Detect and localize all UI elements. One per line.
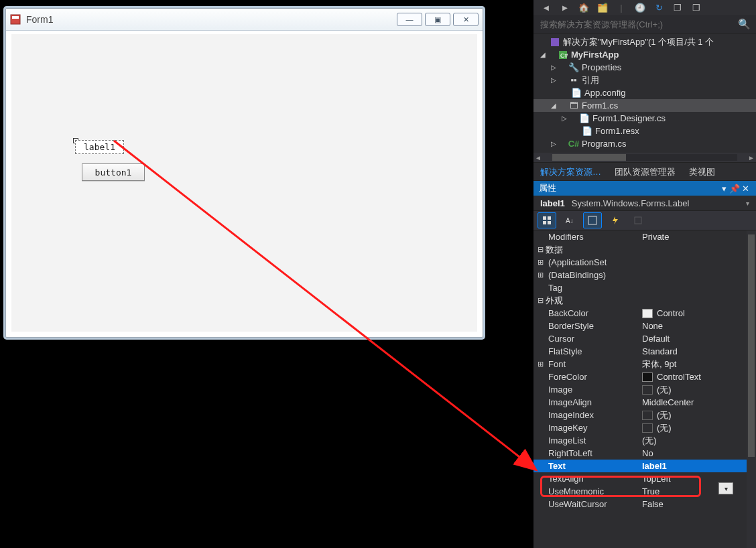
minimize-button[interactable]: — (397, 13, 422, 26)
close-button[interactable]: ✕ (453, 13, 479, 26)
nav-forward-icon[interactable]: ► (559, 2, 571, 13)
svg-rect-2 (551, 38, 559, 46)
nav-back-icon[interactable]: ◄ (540, 2, 552, 13)
prop-row-modifiers[interactable]: Modifiers Private (533, 230, 756, 243)
tree-form1designer[interactable]: ▷ 📄 Form1.Designer.cs (533, 112, 756, 125)
right-panels: ◄ ► 🏠 🗂️ | 🕘 ↻ ❐ ❒ 🔍 解决方案"MyFirstApp"(1 … (533, 0, 756, 548)
cs-file-icon: C# (568, 139, 579, 149)
expand-icon[interactable]: ⊞ (536, 258, 545, 267)
form-designer-window: Form1 — ▣ ✕ label1 button1 (5, 8, 483, 338)
scroll-left-icon[interactable]: ◄ (533, 154, 543, 161)
config-file-icon: 📄 (571, 88, 582, 98)
button-control[interactable]: button1 (82, 163, 145, 181)
properties-toolbar: A↓ (533, 211, 756, 230)
solution-search-input[interactable] (539, 19, 734, 30)
prop-row-tag[interactable]: Tag (533, 281, 756, 294)
prop-row-backcolor[interactable]: BackColor Control (533, 307, 756, 320)
properties-page-icon[interactable] (583, 212, 602, 228)
prop-row-cursor[interactable]: Cursor Default (533, 332, 756, 345)
svg-rect-8 (548, 221, 551, 224)
solution-toolbar: ◄ ► 🏠 🗂️ | 🕘 ↻ ❐ ❒ (533, 0, 756, 15)
collapse-icon[interactable]: ⊟ (536, 245, 545, 254)
twisty-closed-icon[interactable]: ▷ (550, 76, 558, 84)
twisty-closed-icon[interactable]: ▷ (550, 140, 558, 147)
image-swatch (642, 423, 653, 433)
tree-form1cs[interactable]: ◢ 🗔 Form1.cs (533, 99, 756, 112)
stack-icon[interactable]: ❒ (690, 2, 702, 13)
home-icon[interactable]: 🏠 (578, 2, 590, 13)
twisty-open-icon[interactable]: ◢ (539, 51, 547, 58)
text-value-dropdown[interactable]: ▾ (718, 482, 733, 494)
close-icon[interactable]: ✕ (740, 184, 751, 194)
prop-row-imagelist[interactable]: ImageList (无) (533, 434, 756, 447)
properties-vscroll[interactable] (747, 230, 756, 548)
svg-rect-7 (543, 221, 546, 224)
history-icon[interactable]: 🕘 (634, 2, 646, 13)
prop-row-image[interactable]: Image (无) (533, 383, 756, 396)
svg-rect-10 (588, 216, 596, 224)
collapse-icon[interactable]: ⊟ (536, 296, 545, 305)
pin-icon[interactable]: 📌 (729, 184, 740, 194)
property-pages-icon[interactable] (629, 212, 647, 228)
prop-row-usewaitcursor[interactable]: UseWaitCursor False (533, 498, 756, 510)
tree-project[interactable]: ◢ C# MyFirstApp (533, 48, 756, 61)
tree-appconfig[interactable]: 📄 App.config (533, 86, 756, 99)
color-swatch (642, 309, 653, 318)
scroll-track[interactable] (552, 154, 737, 161)
prop-row-forecolor[interactable]: ForeColor ControlText (533, 370, 756, 383)
prop-row-imagekey[interactable]: ImageKey (无) (533, 421, 756, 434)
cs-file-icon: 📄 (579, 113, 590, 123)
solution-icon (550, 38, 560, 47)
image-swatch (642, 411, 653, 420)
tree-solution-root[interactable]: 解决方案"MyFirstApp"(1 个项目/共 1 个 (533, 36, 756, 48)
refresh-icon[interactable]: ↻ (653, 2, 665, 13)
tree-form1resx[interactable]: 📄 Form1.resx (533, 125, 756, 137)
form-client-area[interactable]: label1 button1 (11, 34, 477, 332)
categorized-icon[interactable] (538, 212, 556, 228)
chevron-down-icon[interactable]: ▾ (746, 200, 749, 207)
label-control[interactable]: label1 (75, 140, 124, 154)
svg-text:C#: C# (560, 52, 568, 59)
expand-icon[interactable]: ⊞ (536, 271, 545, 279)
twisty-closed-icon[interactable]: ▷ (560, 115, 568, 122)
scroll-right-icon[interactable]: ► (747, 154, 756, 161)
selected-object-type: System.Windows.Forms.Label (572, 198, 690, 208)
solution-search[interactable]: 🔍 (533, 15, 756, 34)
prop-row-imagealign[interactable]: ImageAlign MiddleCenter (533, 396, 756, 409)
properties-grid[interactable]: Modifiers Private ⊟ 数据 ⊞ (ApplicationSet… (533, 230, 756, 548)
prop-row-databindings[interactable]: ⊞ (DataBindings) (533, 269, 756, 281)
prop-category-appearance[interactable]: ⊟ 外观 (533, 294, 756, 307)
tree-references[interactable]: ▷ ▪▪ 引用 (533, 74, 756, 86)
search-icon[interactable]: 🔍 (734, 18, 751, 30)
scroll-thumb[interactable] (748, 234, 755, 457)
tab-solution-explorer[interactable]: 解决方案资源… (533, 163, 608, 180)
prop-row-flatstyle[interactable]: FlatStyle Standard (533, 345, 756, 358)
prop-row-imageindex[interactable]: ImageIndex (无) (533, 409, 756, 421)
copy-icon[interactable]: ❐ (672, 2, 684, 13)
prop-row-text[interactable]: Text label1 (533, 460, 756, 472)
properties-header[interactable]: 属性 ▾ 📌 ✕ (533, 181, 756, 196)
prop-row-font[interactable]: ⊞ Font 宋体, 9pt (533, 358, 756, 370)
form-titlebar[interactable]: Form1 — ▣ ✕ (6, 9, 483, 31)
tab-class-view[interactable]: 类视图 (682, 163, 722, 180)
alphabetical-icon[interactable]: A↓ (560, 212, 579, 228)
prop-row-appsettings[interactable]: ⊞ (ApplicationSet (533, 256, 756, 269)
twisty-closed-icon[interactable]: ▷ (550, 64, 558, 71)
twisty-open-icon[interactable]: ◢ (550, 102, 558, 109)
tree-hscroll[interactable]: ◄ ► (533, 153, 756, 162)
properties-selector[interactable]: label1 System.Windows.Forms.Label ▾ (533, 196, 756, 211)
svg-text:A↓: A↓ (566, 217, 574, 224)
prop-row-borderstyle[interactable]: BorderStyle None (533, 320, 756, 332)
prop-category-data[interactable]: ⊟ 数据 (533, 243, 756, 256)
solution-tree[interactable]: 解决方案"MyFirstApp"(1 个项目/共 1 个 ◢ C# MyFirs… (533, 34, 756, 153)
wrench-icon: 🔧 (568, 62, 579, 72)
tree-properties[interactable]: ▷ 🔧 Properties (533, 61, 756, 74)
tab-team-explorer[interactable]: 团队资源管理器 (608, 163, 682, 180)
prop-row-righttoleft[interactable]: RightToLeft No (533, 447, 756, 460)
dropdown-icon[interactable]: ▾ (718, 184, 729, 194)
events-icon[interactable] (606, 212, 625, 228)
maximize-button[interactable]: ▣ (425, 13, 450, 26)
sync-icon[interactable]: 🗂️ (596, 2, 609, 13)
tree-programcs[interactable]: ▷ C# Program.cs (533, 137, 756, 150)
expand-icon[interactable]: ⊞ (536, 360, 545, 368)
